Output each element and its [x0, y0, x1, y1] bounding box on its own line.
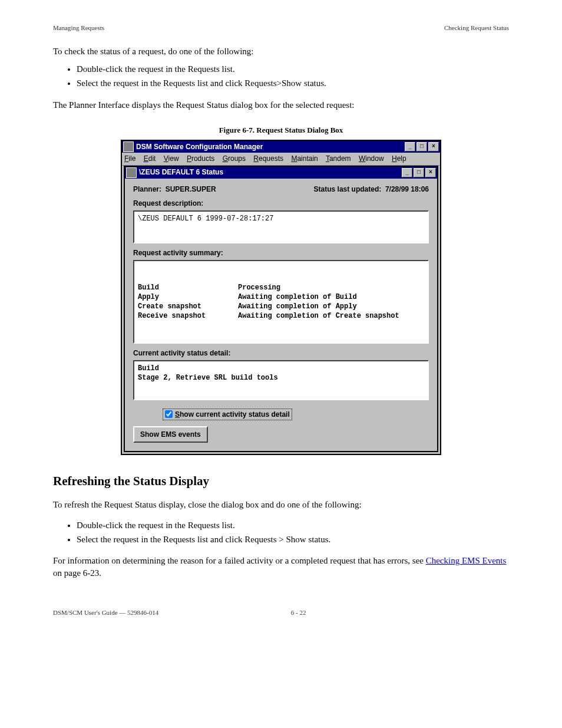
menu-products[interactable]: Products: [187, 154, 214, 163]
child-close-button[interactable]: ×: [425, 168, 436, 177]
refresh-bullet-1: Double-click the request in the Requests…: [77, 519, 509, 531]
intro-lead: To check the status of a request, do one…: [53, 45, 509, 57]
show-detail-checkbox-label: Show current activity status detail: [175, 410, 290, 419]
menu-window[interactable]: Window: [359, 154, 384, 163]
show-detail-checkbox-row[interactable]: Show current activity status detail: [163, 409, 292, 420]
request-description-box: \ZEUS DEFAULT 6 1999-07-28:17:27: [133, 210, 429, 243]
app-titlebar[interactable]: DSM Software Configuration Manager _ □ ×: [122, 141, 440, 153]
refresh-lead: To refresh the Request Status display, c…: [53, 499, 509, 510]
status-detail-label: Current activity status detail:: [133, 348, 429, 358]
intro-bullets: Double-click the request in the Requests…: [53, 63, 509, 90]
menu-maintain[interactable]: Maintain: [291, 154, 318, 163]
updated-value: 7/28/99 18:06: [385, 185, 429, 193]
child-minimize-button[interactable]: _: [402, 168, 412, 177]
menu-tandem[interactable]: Tandem: [326, 154, 351, 163]
close-button[interactable]: ×: [428, 142, 439, 151]
app-title: DSM Software Configuration Manager: [136, 142, 405, 151]
section-heading-refresh: Refreshing the Status Display: [53, 473, 509, 489]
footer-page-number: 6 - 22: [291, 608, 306, 617]
minimize-button[interactable]: _: [405, 142, 415, 151]
request-description-label: Request description:: [133, 199, 429, 208]
cross-reference-link[interactable]: Checking EMS Events: [426, 556, 507, 565]
menu-help[interactable]: Help: [392, 154, 406, 163]
updated-label: Status last updated:: [314, 185, 382, 193]
menu-edit[interactable]: Edit: [144, 154, 156, 163]
child-title: \ZEUS DEFAULT 6 Status: [139, 167, 402, 177]
menu-requests[interactable]: Requests: [253, 154, 283, 163]
planner-value: SUPER.SUPER: [166, 185, 216, 193]
refresh-bullet-2: Select the request in the Requests list …: [77, 533, 509, 545]
planner-label: Planner:: [133, 185, 161, 193]
child-titlebar[interactable]: \ZEUS DEFAULT 6 Status _ □ ×: [125, 167, 437, 179]
refresh-bullets: Double-click the request in the Requests…: [53, 519, 509, 546]
footer-left: DSM/SCM User's Guide — 529846-014: [53, 608, 158, 617]
refresh-after: For information on determining the reaso…: [53, 555, 509, 579]
status-detail-box: Build Stage 2, Retrieve SRL build tools: [133, 360, 429, 400]
intro-after: The Planner Interface displays the Reque…: [53, 99, 509, 111]
activity-summary-box: BuildProcessingApplyAwaiting completion …: [133, 260, 429, 344]
running-header-left: Managing Requests: [53, 24, 104, 32]
app-window: DSM Software Configuration Manager _ □ ×…: [121, 140, 441, 455]
running-header-right: Checking Request Status: [444, 24, 509, 32]
intro-bullet-2: Select the request in the Requests list …: [77, 77, 509, 89]
figure-caption: Figure 6-7. Request Status Dialog Box: [53, 125, 509, 136]
maximize-button[interactable]: □: [416, 142, 427, 151]
show-ems-events-button[interactable]: Show EMS events: [133, 426, 208, 443]
child-system-menu-icon[interactable]: [126, 167, 137, 178]
child-maximize-button[interactable]: □: [414, 168, 424, 177]
menu-bar: File Edit View Products Groups Requests …: [122, 153, 440, 165]
menu-file[interactable]: File: [124, 154, 135, 163]
show-detail-checkbox[interactable]: [165, 410, 173, 418]
system-menu-icon[interactable]: [123, 141, 134, 152]
intro-bullet-1: Double-click the request in the Requests…: [77, 63, 509, 75]
status-child-window: \ZEUS DEFAULT 6 Status _ □ × Planner: SU…: [124, 166, 438, 453]
menu-groups[interactable]: Groups: [223, 154, 246, 163]
menu-view[interactable]: View: [164, 154, 179, 163]
activity-summary-label: Request activity summary:: [133, 248, 429, 258]
